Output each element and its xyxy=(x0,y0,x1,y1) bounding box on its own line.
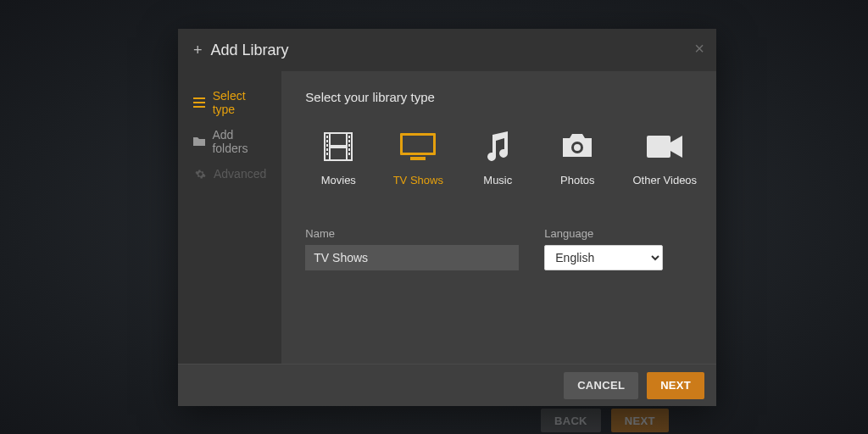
form-row: Name Language English xyxy=(305,227,700,270)
type-photos[interactable]: Photos xyxy=(549,128,605,186)
svg-rect-16 xyxy=(331,134,346,145)
svg-rect-9 xyxy=(326,148,328,151)
name-field: Name xyxy=(305,227,519,270)
svg-point-22 xyxy=(574,144,581,151)
modal-footer: CANCEL NEXT xyxy=(178,364,716,406)
list-icon xyxy=(193,97,206,108)
plus-icon: + xyxy=(193,42,203,59)
gear-icon xyxy=(193,169,207,180)
sidebar-item-add-folders[interactable]: Add folders xyxy=(178,122,281,161)
svg-rect-19 xyxy=(403,136,433,153)
camera-icon xyxy=(559,128,595,165)
sidebar-item-label: Advanced xyxy=(214,167,266,181)
svg-rect-1 xyxy=(193,102,205,103)
library-type-row: Movies TV Shows Music xyxy=(310,128,700,186)
ghost-back-button: BACK xyxy=(541,409,601,432)
background-buttons: BACK NEXT xyxy=(541,409,669,432)
close-icon[interactable]: × xyxy=(694,39,704,58)
sidebar: Select type Add folders Advanced xyxy=(178,71,281,364)
sidebar-item-advanced: Advanced xyxy=(178,161,281,186)
type-tv-shows[interactable]: TV Shows xyxy=(390,128,446,186)
type-label: Other Videos xyxy=(632,174,697,186)
type-music[interactable]: Music xyxy=(470,128,526,186)
svg-rect-6 xyxy=(326,136,328,138)
svg-rect-11 xyxy=(348,136,350,138)
language-label: Language xyxy=(544,227,663,240)
video-icon xyxy=(645,128,684,165)
svg-rect-20 xyxy=(410,157,426,160)
modal-header: + Add Library × xyxy=(178,29,716,71)
next-button[interactable]: NEXT xyxy=(647,372,704,399)
main-panel: Select your library type Movies TV Shows xyxy=(281,71,724,364)
svg-rect-12 xyxy=(348,140,350,142)
svg-rect-7 xyxy=(326,140,328,142)
modal-title: Add Library xyxy=(211,42,289,59)
svg-rect-10 xyxy=(326,153,328,155)
name-label: Name xyxy=(305,227,519,240)
svg-rect-14 xyxy=(348,148,350,151)
ghost-next-button: NEXT xyxy=(611,409,669,432)
type-other-videos[interactable]: Other Videos xyxy=(629,128,700,186)
name-input[interactable] xyxy=(305,245,519,270)
language-select[interactable]: English xyxy=(544,245,663,270)
type-label: Music xyxy=(483,174,512,186)
cancel-button[interactable]: CANCEL xyxy=(564,372,638,399)
sidebar-item-label: Add folders xyxy=(212,128,266,155)
sidebar-item-select-type[interactable]: Select type xyxy=(178,83,281,122)
type-movies[interactable]: Movies xyxy=(310,128,366,186)
svg-rect-2 xyxy=(193,106,205,108)
modal-body: Select type Add folders Advanced Select … xyxy=(178,71,716,364)
svg-rect-0 xyxy=(193,97,205,99)
tv-icon xyxy=(398,128,437,165)
svg-rect-17 xyxy=(331,148,346,159)
type-label: Photos xyxy=(560,174,594,186)
svg-rect-8 xyxy=(326,144,328,147)
add-library-modal: + Add Library × Select type Add folders xyxy=(178,29,716,406)
svg-rect-15 xyxy=(348,153,350,155)
svg-rect-23 xyxy=(647,136,670,158)
language-field: Language English xyxy=(544,227,663,270)
type-label: Movies xyxy=(321,174,356,186)
svg-rect-13 xyxy=(348,144,350,147)
folder-icon xyxy=(193,136,205,147)
type-label: TV Shows xyxy=(393,174,443,186)
main-heading: Select your library type xyxy=(305,90,700,104)
movies-icon xyxy=(321,128,355,165)
sidebar-item-label: Select type xyxy=(213,89,267,116)
music-icon xyxy=(482,128,513,165)
